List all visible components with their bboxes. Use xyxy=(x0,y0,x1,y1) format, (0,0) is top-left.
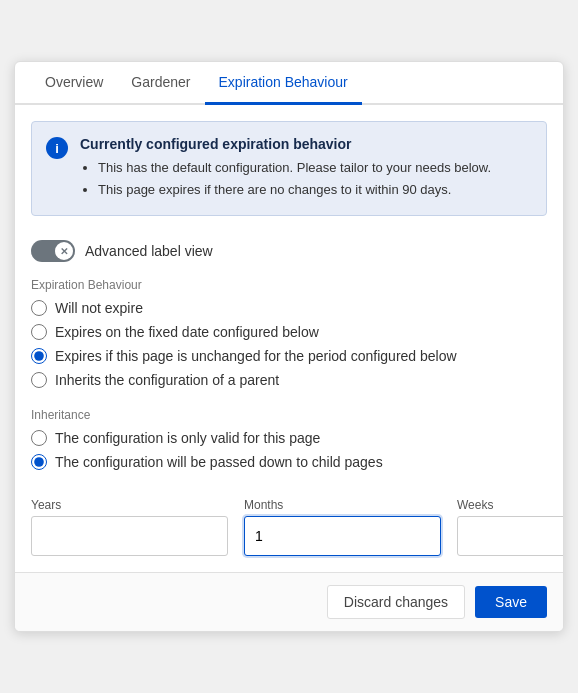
radio-passed-down[interactable]: The configuration will be passed down to… xyxy=(31,454,547,470)
info-bullet-1: This has the default configuration. Plea… xyxy=(98,158,491,178)
years-label: Years xyxy=(31,498,228,512)
radio-fixed-date-input[interactable] xyxy=(31,324,47,340)
radio-fixed-date[interactable]: Expires on the fixed date configured bel… xyxy=(31,324,547,340)
radio-fixed-date-label: Expires on the fixed date configured bel… xyxy=(55,324,319,340)
radio-inherits-parent-label: Inherits the configuration of a parent xyxy=(55,372,279,388)
info-bullet-2: This page expires if there are no change… xyxy=(98,180,491,200)
tabs-bar: Overview Gardener Expiration Behaviour xyxy=(15,62,563,105)
radio-will-not-expire-label: Will not expire xyxy=(55,300,143,316)
footer: Discard changes Save xyxy=(15,572,563,631)
radio-unchanged-period-label: Expires if this page is unchanged for th… xyxy=(55,348,457,364)
toggle-label: Advanced label view xyxy=(85,243,213,259)
expiration-section: Expiration Behaviour Will not expire Exp… xyxy=(15,278,563,408)
inheritance-section: Inheritance The configuration is only va… xyxy=(15,408,563,490)
toggle-x-icon: ✕ xyxy=(60,246,68,257)
radio-this-page-only-label: The configuration is only valid for this… xyxy=(55,430,320,446)
toggle-thumb: ✕ xyxy=(55,242,73,260)
months-label: Months xyxy=(244,498,441,512)
radio-passed-down-input[interactable] xyxy=(31,454,47,470)
radio-this-page-only-input[interactable] xyxy=(31,430,47,446)
tab-expiration[interactable]: Expiration Behaviour xyxy=(205,62,362,105)
months-field-group: Months xyxy=(244,498,441,556)
dialog: Overview Gardener Expiration Behaviour i… xyxy=(14,61,564,632)
radio-will-not-expire-input[interactable] xyxy=(31,300,47,316)
expiration-section-title: Expiration Behaviour xyxy=(31,278,547,292)
info-content: Currently configured expiration behavior… xyxy=(80,136,491,201)
weeks-input[interactable] xyxy=(457,516,564,556)
duration-fields: Years Months Weeks Days xyxy=(15,490,563,572)
radio-inherits-parent-input[interactable] xyxy=(31,372,47,388)
discard-button[interactable]: Discard changes xyxy=(327,585,465,619)
radio-passed-down-label: The configuration will be passed down to… xyxy=(55,454,383,470)
info-box: i Currently configured expiration behavi… xyxy=(31,121,547,216)
radio-this-page-only[interactable]: The configuration is only valid for this… xyxy=(31,430,547,446)
info-icon: i xyxy=(46,137,68,159)
info-title: Currently configured expiration behavior xyxy=(80,136,491,152)
advanced-label-toggle[interactable]: ✕ xyxy=(31,240,75,262)
info-bullets: This has the default configuration. Plea… xyxy=(80,158,491,199)
radio-inherits-parent[interactable]: Inherits the configuration of a parent xyxy=(31,372,547,388)
tab-overview[interactable]: Overview xyxy=(31,62,117,105)
radio-will-not-expire[interactable]: Will not expire xyxy=(31,300,547,316)
toggle-row: ✕ Advanced label view xyxy=(15,232,563,278)
tab-gardener[interactable]: Gardener xyxy=(117,62,204,105)
years-input[interactable] xyxy=(31,516,228,556)
save-button[interactable]: Save xyxy=(475,586,547,618)
radio-unchanged-period[interactable]: Expires if this page is unchanged for th… xyxy=(31,348,547,364)
inheritance-section-title: Inheritance xyxy=(31,408,547,422)
years-field-group: Years xyxy=(31,498,228,556)
weeks-field-group: Weeks xyxy=(457,498,564,556)
months-input[interactable] xyxy=(244,516,441,556)
weeks-label: Weeks xyxy=(457,498,564,512)
radio-unchanged-period-input[interactable] xyxy=(31,348,47,364)
content-body: i Currently configured expiration behavi… xyxy=(15,121,563,572)
